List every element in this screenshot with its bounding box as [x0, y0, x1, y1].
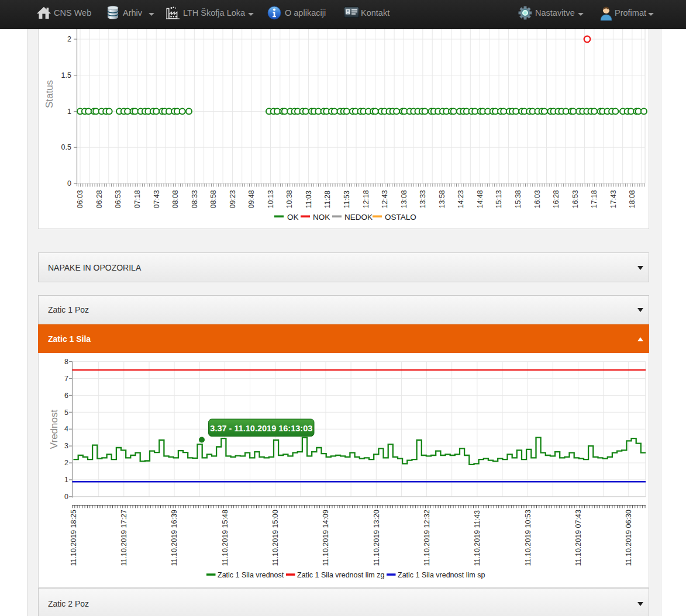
- svg-text:11.10.2019 07:43: 11.10.2019 07:43: [574, 510, 582, 566]
- svg-text:OSTALO: OSTALO: [385, 213, 416, 222]
- svg-text:2: 2: [67, 35, 71, 43]
- svg-text:11.10.2019 17:27: 11.10.2019 17:27: [120, 510, 128, 566]
- svg-text:4: 4: [64, 425, 68, 433]
- svg-text:14:48: 14:48: [476, 190, 484, 208]
- svg-text:08:08: 08:08: [171, 190, 180, 208]
- svg-text:16:03: 16:03: [533, 190, 542, 208]
- svg-text:11:03: 11:03: [305, 191, 313, 208]
- svg-text:08:58: 08:58: [209, 190, 218, 208]
- svg-text:16:28: 16:28: [552, 190, 560, 208]
- svg-text:06:53: 06:53: [114, 190, 122, 208]
- svg-text:11.10.2019 15:48: 11.10.2019 15:48: [221, 510, 229, 566]
- svg-text:09:48: 09:48: [247, 190, 256, 208]
- svg-text:11.10.2019 10:53: 11.10.2019 10:53: [524, 510, 532, 566]
- svg-text:Status: Status: [44, 80, 55, 108]
- svg-text:15:38: 15:38: [514, 190, 522, 208]
- svg-text:17:18: 17:18: [590, 190, 598, 208]
- svg-text:07:18: 07:18: [133, 190, 142, 208]
- svg-text:11.10.2019 06:30: 11.10.2019 06:30: [625, 510, 633, 566]
- svg-text:3.37 - 11.10.2019 16:13:03: 3.37 - 11.10.2019 16:13:03: [210, 424, 312, 433]
- svg-text:10:38: 10:38: [285, 190, 294, 208]
- svg-text:13:33: 13:33: [419, 190, 427, 208]
- svg-text:NOK: NOK: [313, 213, 330, 222]
- svg-text:11.10.2019 16:39: 11.10.2019 16:39: [170, 510, 178, 566]
- svg-text:08:33: 08:33: [191, 190, 199, 208]
- svg-text:NEDOK: NEDOK: [344, 213, 373, 222]
- svg-text:0: 0: [67, 179, 71, 188]
- svg-text:06:03: 06:03: [76, 190, 84, 208]
- svg-text:Zatic 1 Sila vrednost lim zg: Zatic 1 Sila vrednost lim zg: [297, 571, 384, 579]
- svg-text:10:13: 10:13: [267, 190, 275, 208]
- svg-text:11.10.2019 15:00: 11.10.2019 15:00: [271, 510, 280, 566]
- svg-text:OK: OK: [287, 213, 299, 222]
- svg-text:11:28: 11:28: [323, 191, 332, 208]
- svg-text:18:08: 18:08: [628, 190, 636, 208]
- svg-text:15:13: 15:13: [495, 190, 503, 208]
- svg-text:11.10.2019 18:25: 11.10.2019 18:25: [70, 510, 78, 566]
- svg-text:Vrednost: Vrednost: [49, 410, 60, 449]
- svg-text:09:23: 09:23: [229, 190, 237, 208]
- svg-text:13:58: 13:58: [438, 190, 446, 208]
- svg-text:Zatic 1 Sila vrednost: Zatic 1 Sila vrednost: [218, 571, 284, 579]
- svg-text:6: 6: [64, 392, 68, 400]
- svg-text:13:08: 13:08: [400, 190, 408, 208]
- svg-text:14:23: 14:23: [457, 190, 465, 208]
- svg-text:2: 2: [64, 459, 68, 467]
- svg-text:3: 3: [64, 442, 68, 450]
- svg-text:06:28: 06:28: [95, 190, 104, 208]
- svg-text:Zatic 1 Sila vrednost lim sp: Zatic 1 Sila vrednost lim sp: [398, 571, 485, 579]
- svg-text:12:18: 12:18: [362, 190, 370, 208]
- svg-text:07:43: 07:43: [153, 190, 161, 208]
- svg-text:11.10.2019 12:32: 11.10.2019 12:32: [423, 510, 431, 566]
- svg-text:0: 0: [64, 493, 68, 501]
- svg-text:1.5: 1.5: [61, 71, 71, 79]
- svg-text:11.10.2019 13:20: 11.10.2019 13:20: [373, 510, 381, 566]
- svg-text:16:53: 16:53: [571, 190, 580, 208]
- svg-text:11.10.2019 14:09: 11.10.2019 14:09: [322, 510, 330, 566]
- svg-text:7: 7: [64, 375, 68, 383]
- svg-text:17:43: 17:43: [609, 190, 618, 208]
- svg-text:5: 5: [64, 409, 68, 417]
- svg-text:1: 1: [64, 476, 68, 484]
- svg-text:8: 8: [64, 358, 68, 366]
- svg-text:12:43: 12:43: [381, 190, 389, 208]
- svg-text:1: 1: [67, 108, 71, 116]
- svg-text:0.5: 0.5: [61, 143, 71, 151]
- svg-text:11.10.2019 11:43: 11.10.2019 11:43: [473, 510, 481, 566]
- svg-text:11:53: 11:53: [343, 191, 351, 208]
